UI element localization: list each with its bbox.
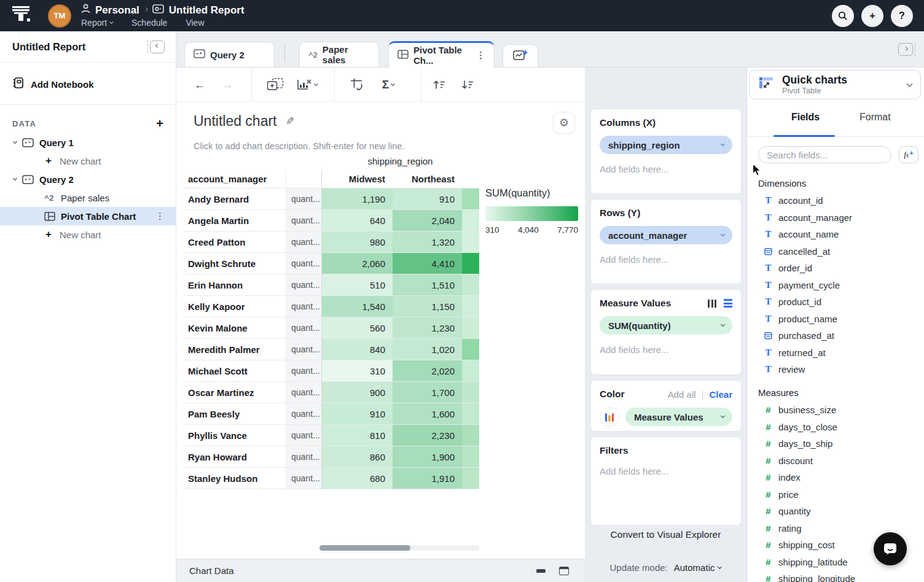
tab-paper-sales[interactable]: ^2 Paper sales [299, 42, 379, 68]
add-frame-button[interactable] [267, 78, 284, 91]
pivot-value-cell[interactable]: 1,900 [393, 446, 462, 467]
chevron-down-icon[interactable] [13, 139, 17, 144]
sidebar-item-pivot-table-chart[interactable]: Pivot Table Chart⋮ [0, 207, 176, 225]
pivot-column-header[interactable]: Northeast [393, 169, 462, 188]
dimension-field-payment_cycle[interactable]: Tpayment_cycle [747, 277, 924, 294]
menu-report[interactable]: Report [81, 18, 113, 28]
pivot-value-cell[interactable]: 1,540 [321, 296, 393, 317]
pivot-value-cell[interactable]: 2,060 [321, 253, 393, 274]
minimize-panel-icon[interactable] [536, 569, 546, 573]
undo-button[interactable]: ← [194, 78, 205, 91]
sidebar-item-paper-sales[interactable]: ^2Paper sales [0, 188, 176, 207]
search-button[interactable] [832, 5, 854, 27]
pivot-row-label[interactable]: Oscar Martinez [183, 382, 286, 403]
rows-layout-icon[interactable] [724, 299, 732, 308]
pivot-row-label[interactable]: Angela Martin [183, 210, 286, 231]
pivot-value-cell[interactable]: 1,510 [393, 274, 462, 295]
pivot-row-label[interactable]: Phyllis Vance [183, 425, 286, 446]
pivot-row-label[interactable]: Kelly Kapoor [183, 296, 286, 317]
pivot-row-label[interactable]: Erin Hannon [183, 274, 286, 295]
horizontal-scrollbar[interactable] [319, 545, 479, 551]
columns-field-pill[interactable]: shipping_region [600, 136, 732, 154]
dimension-field-purchased_at[interactable]: purchased_at [747, 327, 924, 344]
pivot-value-cell[interactable]: 1,020 [393, 339, 462, 360]
pivot-row-label[interactable]: Stanley Hudson [183, 468, 286, 489]
measures-add-fields-dropzone[interactable]: Add fields here... [600, 344, 732, 355]
pivot-value-cell[interactable]: 640 [321, 210, 393, 231]
columns-layout-icon[interactable] [708, 300, 716, 308]
pivot-value-cell[interactable]: 1,190 [321, 188, 393, 209]
aggregate-dropdown[interactable]: Σ [382, 78, 394, 91]
collapse-sidebar-button[interactable] [147, 41, 165, 53]
avatar[interactable]: TM [48, 4, 71, 28]
chevron-down-icon[interactable] [13, 176, 17, 180]
sort-descending-button[interactable] [461, 79, 474, 90]
chart-title[interactable]: Untitled chart [194, 113, 277, 130]
transpose-button[interactable] [350, 78, 364, 91]
sidebar-item-new-chart[interactable]: +New chart [0, 152, 176, 170]
measure-field-days_to_ship[interactable]: #days_to_ship [747, 435, 924, 452]
pivot-value-cell[interactable]: 310 [321, 360, 393, 381]
breadcrumb-report-title[interactable]: Untitled Report [169, 4, 245, 17]
remove-chart-dropdown[interactable] [297, 79, 318, 91]
maximize-panel-icon[interactable] [559, 567, 569, 575]
pivot-row-label[interactable]: Dwight Schrute [183, 253, 286, 274]
dimension-field-product_id[interactable]: Tproduct_id [747, 293, 924, 311]
pivot-value-cell[interactable]: 680 [321, 468, 393, 489]
add-calculated-field-button[interactable]: fx+ [899, 146, 918, 163]
help-button[interactable]: ? [891, 5, 913, 27]
pivot-value-cell[interactable]: 1,910 [393, 468, 462, 489]
pivot-value-cell[interactable]: 510 [321, 274, 393, 295]
chat-widget-button[interactable] [874, 532, 907, 565]
pivot-value-cell[interactable]: 910 [321, 403, 393, 424]
color-field-pill[interactable]: Measure Values [625, 408, 732, 426]
pivot-value-cell[interactable]: 810 [321, 425, 393, 446]
tab-fields[interactable]: Fields [791, 112, 820, 123]
measure-field-index[interactable]: #index [747, 469, 924, 486]
pivot-row-label[interactable]: Meredith Palmer [183, 339, 286, 360]
measure-field-pill[interactable]: SUM(quantity) [600, 316, 732, 335]
dimension-field-account_id[interactable]: Taccount_id [747, 192, 924, 209]
pivot-value-cell[interactable]: 840 [321, 339, 393, 360]
pivot-row-dimension-header[interactable]: account_manager [183, 169, 286, 188]
measure-field-business_size[interactable]: #business_size [747, 402, 924, 419]
pivot-row-label[interactable]: Andy Bernard [183, 188, 286, 209]
pivot-value-cell[interactable]: 900 [321, 382, 393, 403]
tab-query-2[interactable]: * Query 2 [184, 42, 275, 68]
rows-field-pill[interactable]: account_manager [600, 226, 732, 244]
pivot-value-cell[interactable]: 1,700 [393, 382, 462, 403]
dimension-field-account_name[interactable]: Taccount_name [747, 226, 924, 243]
color-palette-icon[interactable] [600, 407, 619, 427]
measure-field-price[interactable]: #price [747, 486, 924, 503]
color-clear-link[interactable]: Clear [709, 389, 732, 400]
update-mode-dropdown[interactable]: Automatic [674, 562, 722, 573]
dimension-field-review[interactable]: Treview [747, 361, 924, 378]
pivot-row-label[interactable]: Kevin Malone [183, 317, 286, 338]
pivot-row-label[interactable]: Creed Patton [183, 231, 286, 252]
app-logo-icon[interactable] [11, 6, 33, 26]
pivot-value-cell[interactable]: 860 [321, 446, 393, 467]
scrollbar-thumb[interactable] [319, 545, 410, 551]
expand-right-panel-button[interactable] [898, 43, 915, 56]
pivot-value-cell[interactable]: 1,230 [393, 317, 462, 338]
tab-format[interactable]: Format [859, 112, 891, 123]
edit-title-icon[interactable]: ✎ [286, 115, 294, 128]
redo-button[interactable]: → [222, 78, 233, 91]
pivot-row-label[interactable]: Ryan Howard [183, 446, 286, 467]
add-button[interactable]: + [861, 5, 883, 27]
menu-view[interactable]: View [186, 18, 204, 28]
add-data-button[interactable]: + [156, 117, 163, 130]
pivot-value-cell[interactable]: 2,230 [393, 425, 462, 446]
sidebar-item-query-1[interactable]: *Query 1 [0, 133, 176, 152]
search-fields-input[interactable] [767, 150, 889, 160]
measure-field-days_to_close[interactable]: #days_to_close [747, 419, 924, 436]
pivot-value-cell[interactable]: 910 [393, 188, 462, 209]
dimension-field-account_manager[interactable]: Taccount_manager [747, 209, 924, 227]
measure-field-quantity[interactable]: #quantity [747, 503, 924, 520]
menu-schedule[interactable]: Schedule [131, 18, 167, 28]
chart-description-placeholder[interactable]: Click to add chart description. Shift-en… [194, 141, 404, 151]
pivot-value-cell[interactable]: 4,410 [393, 253, 462, 274]
dimension-field-product_name[interactable]: Tproduct_name [747, 311, 924, 328]
convert-to-visual-explorer-button[interactable]: Convert to Visual Explorer [585, 529, 746, 540]
color-add-all-link[interactable]: Add all [668, 389, 696, 400]
